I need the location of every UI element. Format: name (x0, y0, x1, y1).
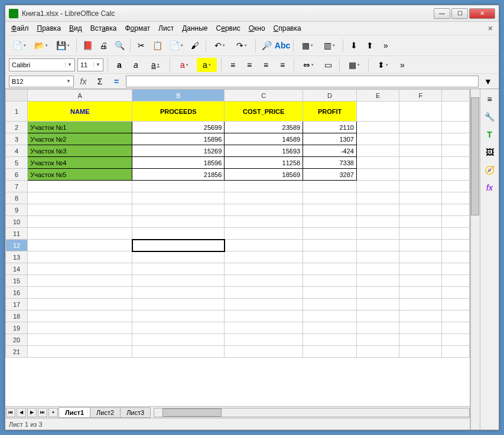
sidebar-styles-icon[interactable]: T (483, 128, 496, 141)
column-header-D[interactable]: D (303, 90, 357, 102)
redo-button[interactable]: ↷ (232, 38, 252, 53)
row-header-13[interactable]: 13 (6, 251, 28, 263)
cell[interactable]: 7338 (303, 157, 357, 169)
cell[interactable] (356, 204, 399, 216)
cell[interactable] (356, 263, 399, 275)
cell[interactable] (132, 228, 225, 240)
more-format-button[interactable]: » (395, 58, 409, 72)
menu-file[interactable]: Файл (8, 23, 32, 34)
cell[interactable] (28, 228, 132, 240)
cell[interactable]: COST_PRICE (225, 102, 303, 122)
cell[interactable] (442, 322, 470, 334)
cell[interactable] (442, 133, 470, 145)
cell[interactable] (399, 122, 442, 133)
cell[interactable]: 15269 (132, 145, 225, 157)
row-header-2[interactable]: 2 (6, 122, 28, 133)
column-header-B[interactable]: B (132, 90, 225, 102)
cell[interactable] (303, 322, 357, 334)
cell[interactable] (356, 169, 399, 181)
cell[interactable] (132, 216, 225, 228)
cell[interactable] (132, 204, 225, 216)
copy-button[interactable]: 📋 (150, 38, 164, 53)
horizontal-scrollbar[interactable] (154, 408, 470, 417)
cell[interactable] (225, 192, 303, 204)
cell[interactable] (132, 263, 225, 275)
cell[interactable] (442, 122, 470, 133)
cell[interactable] (356, 216, 399, 228)
cell[interactable] (28, 251, 132, 263)
cell[interactable]: NAME (28, 102, 132, 122)
cell[interactable]: 2110 (303, 122, 357, 133)
cell[interactable]: PROFIT (303, 102, 357, 122)
cell[interactable]: Участок №4 (28, 157, 132, 169)
align-right-button[interactable]: ≡ (259, 58, 273, 72)
cell[interactable] (132, 334, 225, 346)
cell[interactable] (225, 299, 303, 310)
cell[interactable] (225, 275, 303, 287)
column-header-C[interactable]: C (225, 90, 303, 102)
align-center-button[interactable]: ≡ (242, 58, 256, 72)
menu-sheet[interactable]: Лист (155, 23, 177, 34)
cell[interactable] (356, 145, 399, 157)
open-button[interactable]: 📂 (31, 38, 51, 53)
row-header-5[interactable]: 5 (6, 157, 28, 169)
cell[interactable] (303, 192, 357, 204)
cell[interactable] (442, 204, 470, 216)
cell[interactable] (225, 346, 303, 358)
cell[interactable] (225, 310, 303, 322)
cell[interactable] (225, 216, 303, 228)
format-paintbrush-button[interactable]: 🖌 (188, 38, 202, 53)
cell[interactable] (399, 228, 442, 240)
sheet-tab-3[interactable]: Лист3 (120, 407, 151, 418)
undo-button[interactable]: ↶ (210, 38, 230, 53)
cell[interactable] (28, 287, 132, 299)
cell[interactable] (442, 181, 470, 192)
cell[interactable] (442, 275, 470, 287)
row-header-12[interactable]: 12 (6, 240, 28, 251)
cell[interactable]: 3287 (303, 169, 357, 181)
cell[interactable]: 14589 (225, 133, 303, 145)
cell[interactable]: Участок №5 (28, 169, 132, 181)
column-header-E[interactable]: E (356, 90, 399, 102)
cell[interactable] (442, 157, 470, 169)
cell[interactable] (28, 204, 132, 216)
menu-service[interactable]: Сервис (213, 23, 244, 34)
close-document-button[interactable]: × (485, 24, 496, 33)
tab-first-button[interactable]: ⏮ (6, 408, 15, 417)
cell[interactable] (303, 181, 357, 192)
cell[interactable] (399, 275, 442, 287)
cell[interactable] (442, 145, 470, 157)
wrap-button[interactable]: ⇔ (298, 58, 318, 72)
cell[interactable] (356, 133, 399, 145)
row-header-6[interactable]: 6 (6, 169, 28, 181)
column-header-F[interactable]: F (399, 90, 442, 102)
tab-last-button[interactable]: ⏭ (38, 408, 47, 417)
export-pdf-button[interactable]: 📕 (80, 38, 95, 53)
spreadsheet-grid[interactable]: ABCDEF1NAMEPROCEEDSCOST_PRICEPROFIT2Учас… (5, 89, 470, 406)
equals-button[interactable]: = (109, 74, 123, 89)
cell[interactable] (303, 204, 357, 216)
cell[interactable] (356, 299, 399, 310)
row-header-10[interactable]: 10 (6, 216, 28, 228)
cell[interactable] (303, 310, 357, 322)
cell[interactable] (442, 102, 470, 122)
row-header-16[interactable]: 16 (6, 287, 28, 299)
cell[interactable] (132, 346, 225, 358)
row-header-4[interactable]: 4 (6, 145, 28, 157)
cell[interactable]: Участок №2 (28, 133, 132, 145)
number-format-button[interactable]: ⬍ (373, 58, 393, 72)
sidebar-properties-icon[interactable]: 🔧 (483, 110, 496, 123)
cell[interactable] (442, 287, 470, 299)
cell[interactable] (132, 322, 225, 334)
cell[interactable] (399, 216, 442, 228)
cell[interactable] (356, 334, 399, 346)
cell[interactable] (399, 263, 442, 275)
cell[interactable] (28, 334, 132, 346)
cell[interactable]: 23589 (225, 122, 303, 133)
cell[interactable] (399, 133, 442, 145)
cell[interactable] (356, 157, 399, 169)
cell[interactable]: 18569 (225, 169, 303, 181)
cell[interactable]: -424 (303, 145, 357, 157)
row-header-17[interactable]: 17 (6, 299, 28, 310)
cell[interactable] (399, 157, 442, 169)
